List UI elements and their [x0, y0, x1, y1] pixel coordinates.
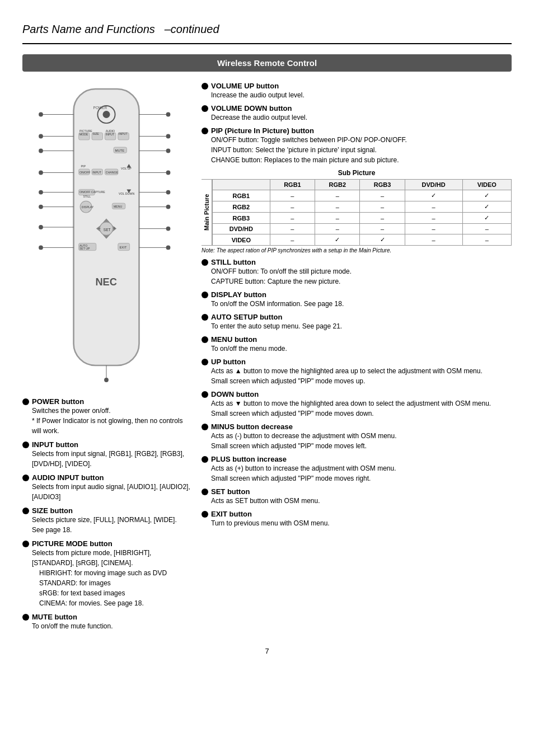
table-cell: –: [270, 213, 315, 224]
set-button-title: SET button: [202, 487, 512, 496]
up-button: UP buttonActs as ▲ button to move the hi…: [202, 358, 512, 386]
svg-text:NEC: NEC: [96, 276, 117, 288]
exit-button-label: EXIT button: [211, 510, 252, 518]
col-header: RGB3: [360, 180, 405, 190]
row-label: RGB2: [213, 201, 270, 213]
svg-point-59: [39, 205, 43, 209]
down-button-label: DOWN button: [211, 390, 259, 398]
still-button-label: STILL button: [211, 258, 256, 266]
menu-button-title: MENU button: [202, 335, 512, 344]
bullet-icon: [22, 508, 29, 514]
plus-button-label: PLUS button increase: [211, 455, 287, 463]
svg-point-51: [39, 134, 43, 139]
svg-text:+: +: [113, 226, 116, 231]
svg-text:POWER: POWER: [93, 106, 107, 110]
svg-text:PIP: PIP: [81, 165, 86, 168]
bullet-icon: [202, 489, 208, 495]
title-text: Parts Name and Functions: [22, 23, 155, 35]
table-cell: –: [270, 201, 315, 213]
mute-button-desc-0: To on/off the mute function.: [32, 621, 190, 631]
left-column: POWER PICTURE MODE SIZE AUDIO INPUT INPU…: [22, 82, 190, 636]
bullet-icon: [202, 424, 208, 430]
picture-mode-button-title: PICTURE MODE button: [22, 539, 190, 548]
bullet-icon: [202, 336, 208, 343]
svg-point-57: [39, 190, 43, 195]
audio-input-button: AUDIO INPUT buttonSelects from input aud…: [22, 473, 190, 502]
bullet-icon: [22, 475, 29, 481]
col-header: [213, 180, 270, 190]
pip-button-desc-1: INPUT button: Select the 'picture in pic…: [211, 145, 512, 155]
up-button-desc-1: Small screen which adjusted "PIP" mode m…: [211, 376, 512, 386]
up-button-label: UP button: [211, 358, 246, 366]
table-row: VIDEO–✓✓––: [213, 234, 512, 246]
exit-button-title: EXIT button: [202, 510, 512, 518]
still-button-desc-0: ON/OFF button: To on/off the still pictu…: [211, 266, 512, 276]
col-header: RGB2: [315, 180, 360, 190]
table-cell: –: [315, 224, 360, 234]
bullet-icon: [202, 105, 208, 112]
minus-button: MINUS button decreaseActs as (-) button …: [202, 422, 512, 451]
section-header: Wireless Remote Control: [22, 54, 512, 72]
auto-setup-button-label: AUTO SETUP button: [211, 313, 282, 321]
col-header: RGB1: [270, 180, 315, 190]
audio-input-button-desc-0: Selects from input audio signal, [AUDIO1…: [32, 482, 190, 502]
volume-up-button-desc-0: Increase the audio output level.: [211, 90, 512, 100]
table-cell: –: [270, 190, 315, 201]
svg-text:INPUT: INPUT: [106, 133, 115, 136]
table-cell: –: [405, 224, 462, 234]
svg-text:INPUT: INPUT: [92, 171, 101, 174]
svg-point-55: [39, 171, 43, 175]
plus-button-title: PLUS button increase: [202, 455, 512, 463]
still-button-desc-1: CAPTURE button: Capture the new picture.: [211, 276, 512, 287]
table-cell: –: [360, 190, 405, 201]
remote-svg: POWER PICTURE MODE SIZE AUDIO INPUT INPU…: [34, 82, 179, 387]
svg-point-49: [39, 112, 43, 117]
table-row: RGB3––––✓: [213, 213, 512, 224]
left-button-list: POWER buttonSwitches the power on/off.* …: [22, 397, 190, 631]
up-button-title: UP button: [202, 358, 512, 366]
main-content: POWER PICTURE MODE SIZE AUDIO INPUT INPU…: [22, 82, 512, 636]
plus-button: PLUS button increaseActs as (+) button t…: [202, 455, 512, 483]
sub-picture-table-wrap: Main PictureRGB1RGB2RGB3DVD/HDVIDEORGB1–…: [202, 179, 512, 246]
table-cell: –: [270, 224, 315, 234]
picture-mode-button-desc-4: CINEMA: for movies. See page 18.: [39, 598, 190, 608]
svg-text:INPUT: INPUT: [119, 132, 128, 135]
picture-mode-button-label: PICTURE MODE button: [32, 539, 113, 548]
minus-button-desc-0: Acts as (-) button to decrease the adjus…: [211, 431, 512, 441]
svg-text:EXIT: EXIT: [119, 246, 127, 249]
svg-text:ON/OFF CAPTURE: ON/OFF CAPTURE: [79, 190, 105, 194]
sub-picture-note: Note: The aspect ration of PIP synchroni…: [202, 247, 512, 253]
svg-text:SET: SET: [104, 228, 111, 232]
bullet-icon: [202, 359, 208, 365]
title-continued: –continued: [165, 23, 219, 35]
svg-text:STILL: STILL: [83, 195, 91, 198]
svg-point-65: [104, 378, 109, 382]
pip-button-label: PIP (Picture In Picture) button: [211, 126, 314, 135]
up-button-desc-0: Acts as ▲ button to move the highlighted…: [211, 366, 512, 376]
set-button: SET buttonActs as SET button with OSM me…: [202, 487, 512, 506]
svg-point-79: [166, 227, 171, 231]
table-cell: ✓: [462, 213, 511, 224]
bullet-icon: [22, 541, 29, 547]
menu-button-label: MENU button: [211, 335, 257, 344]
table-cell: –: [360, 224, 405, 234]
picture-mode-button: PICTURE MODE buttonSelects from picture …: [22, 539, 190, 608]
svg-point-2: [103, 111, 110, 118]
auto-setup-button-desc-0: To enter the auto setup menu. See page 2…: [211, 321, 512, 331]
audio-input-button-label: AUDIO INPUT button: [32, 473, 104, 482]
table-cell: ✓: [462, 190, 511, 201]
svg-text:SET UP: SET UP: [79, 247, 90, 250]
svg-point-67: [166, 112, 171, 117]
sub-picture-title: Sub Picture: [202, 169, 512, 177]
pip-button-title: PIP (Picture In Picture) button: [202, 126, 512, 135]
svg-point-77: [166, 205, 171, 209]
bullet-icon: [202, 511, 208, 518]
bullet-icon: [202, 314, 208, 321]
bullet-icon: [202, 292, 208, 298]
table-cell: ✓: [315, 234, 360, 246]
minus-button-label: MINUS button decrease: [211, 422, 293, 431]
plus-button-desc-0: Acts as (+) button to increase the adjus…: [211, 463, 512, 473]
table-cell: ✓: [405, 190, 462, 201]
volume-down-button-label: VOLUME DOWN button: [211, 104, 292, 112]
bullet-icon: [202, 259, 208, 266]
